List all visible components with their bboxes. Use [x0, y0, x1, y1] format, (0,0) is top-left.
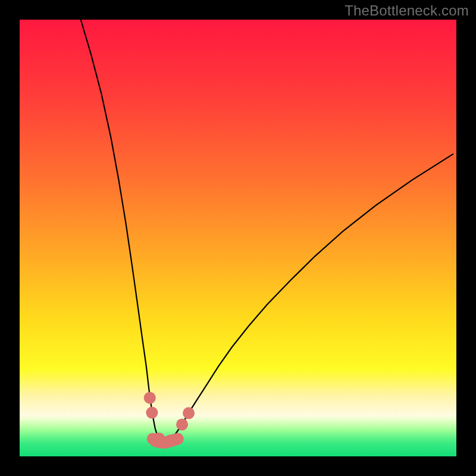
bottleneck-chart [20, 20, 456, 456]
chart-frame: TheBottleneck.com [0, 0, 476, 476]
watermark-text: TheBottleneck.com [345, 2, 469, 19]
marker-optimal-markers [146, 407, 158, 419]
marker-optimal-markers [144, 392, 156, 404]
chart-svg [20, 20, 456, 456]
series-optimal-band [153, 439, 178, 443]
marker-optimal-markers [176, 418, 188, 430]
chart-background [20, 20, 456, 456]
marker-optimal-markers [183, 407, 195, 419]
